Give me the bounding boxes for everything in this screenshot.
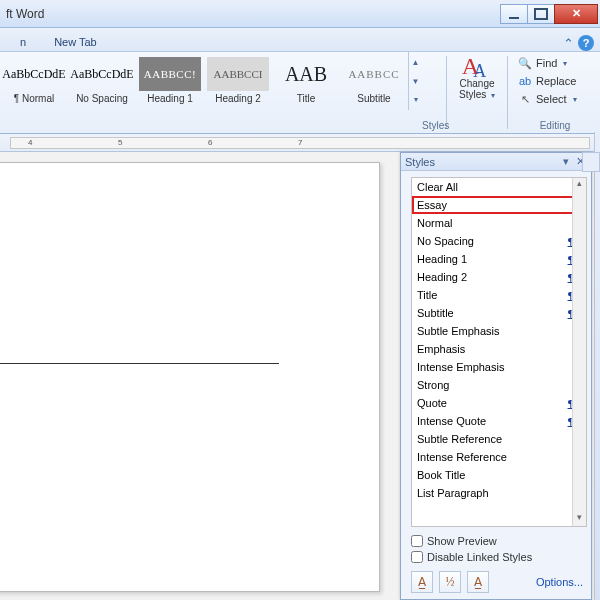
style-row[interactable]: No Spacing¶a bbox=[412, 232, 586, 250]
minimize-ribbon-icon[interactable]: ⌃ bbox=[563, 36, 574, 51]
style-row[interactable]: Intense Quote¶a bbox=[412, 412, 586, 430]
style-row[interactable]: Stronga bbox=[412, 376, 586, 394]
manage-styles-button[interactable]: A̲ bbox=[467, 571, 489, 593]
ribbon-group-caption-editing: Editing bbox=[510, 120, 600, 131]
styles-scrollbar[interactable]: ▴▾ bbox=[572, 178, 586, 526]
style-gallery-item[interactable]: AABTitle bbox=[274, 56, 338, 114]
disable-linked-styles-checkbox[interactable]: Disable Linked Styles bbox=[411, 549, 585, 565]
styles-pane-footer: A̲ ½ A̲ Options... bbox=[401, 567, 591, 599]
style-row[interactable]: Heading 2¶a bbox=[412, 268, 586, 286]
find-icon: 🔍 bbox=[518, 57, 532, 70]
window-title: ft Word bbox=[6, 7, 44, 21]
pane-dropdown-icon[interactable]: ▾ bbox=[559, 155, 572, 168]
style-gallery-item[interactable]: AaBbCcDdENo Spacing bbox=[70, 56, 134, 114]
style-row[interactable]: Normal¶ bbox=[412, 214, 586, 232]
style-row[interactable]: Heading 1¶a bbox=[412, 250, 586, 268]
style-gallery-item[interactable]: AABBCCSubtitle bbox=[342, 56, 406, 114]
style-row[interactable]: Subtle Referencea bbox=[412, 430, 586, 448]
select-icon: ↖ bbox=[518, 93, 532, 106]
page-divider bbox=[0, 363, 279, 364]
style-gallery-item[interactable]: AABBCCIHeading 2 bbox=[206, 56, 270, 114]
styles-pane-header[interactable]: Styles ▾ ✕ bbox=[401, 153, 591, 171]
style-row[interactable]: Book Titlea bbox=[412, 466, 586, 484]
style-row[interactable]: Subtitle¶a bbox=[412, 304, 586, 322]
window-titlebar: ft Word bbox=[0, 0, 600, 28]
style-row[interactable]: Intense Referencea bbox=[412, 448, 586, 466]
style-row[interactable]: Intense Emphasisa bbox=[412, 358, 586, 376]
new-style-button[interactable]: A̲ bbox=[411, 571, 433, 593]
select-button[interactable]: ↖Select▾ bbox=[516, 90, 594, 108]
ribbon-tab-new-tab[interactable]: New Tab bbox=[46, 33, 105, 51]
style-row[interactable]: Quote¶a bbox=[412, 394, 586, 412]
style-row[interactable]: List Paragraph¶ bbox=[412, 484, 586, 502]
ribbon-tab-partial[interactable]: n bbox=[12, 33, 34, 51]
ribbon-tabs: n New Tab ⌃ ? bbox=[0, 28, 600, 52]
show-preview-checkbox[interactable]: Show Preview bbox=[411, 533, 585, 549]
style-row[interactable]: Subtle Emphasisa bbox=[412, 322, 586, 340]
style-gallery-item[interactable]: AABBCC!Heading 1 bbox=[138, 56, 202, 114]
window-controls bbox=[501, 4, 598, 24]
ribbon: AaBbCcDdE¶ NormalAaBbCcDdENo SpacingAABB… bbox=[0, 52, 600, 134]
close-button[interactable] bbox=[554, 4, 598, 24]
replace-icon: ab bbox=[518, 75, 532, 87]
style-gallery-item[interactable]: AaBbCcDdE¶ Normal bbox=[2, 56, 66, 114]
style-row[interactable]: Essay¶ bbox=[412, 196, 586, 214]
change-styles-button[interactable]: AA Change Styles ▾ bbox=[449, 52, 505, 133]
styles-pane-title: Styles bbox=[405, 156, 435, 168]
replace-button[interactable]: abReplace bbox=[516, 72, 594, 90]
styles-task-pane: Styles ▾ ✕ Clear AllEssay¶Normal¶No Spac… bbox=[400, 152, 592, 600]
document-page[interactable] bbox=[0, 162, 380, 592]
styles-gallery-more[interactable]: ▲▼▾ bbox=[408, 52, 422, 110]
styles-gallery: AaBbCcDdE¶ NormalAaBbCcDdENo SpacingAABB… bbox=[0, 52, 408, 133]
maximize-button[interactable] bbox=[527, 4, 555, 24]
ruler-toggle-icon[interactable] bbox=[582, 152, 600, 172]
help-icon[interactable]: ? bbox=[578, 35, 594, 51]
editing-group: 🔍Find▾ abReplace ↖Select▾ Editing bbox=[510, 52, 600, 133]
style-row[interactable]: Clear All bbox=[412, 178, 586, 196]
styles-options-link[interactable]: Options... bbox=[536, 576, 583, 588]
minimize-button[interactable] bbox=[500, 4, 528, 24]
change-styles-icon: AA bbox=[462, 54, 492, 78]
style-row[interactable]: Title¶a bbox=[412, 286, 586, 304]
style-inspector-button[interactable]: ½ bbox=[439, 571, 461, 593]
style-row[interactable]: Emphasisa bbox=[412, 340, 586, 358]
horizontal-ruler[interactable]: 4567 bbox=[0, 134, 600, 152]
ribbon-group-caption-styles: Styles bbox=[422, 120, 444, 131]
document-workspace: Styles ▾ ✕ Clear AllEssay¶Normal¶No Spac… bbox=[0, 152, 600, 600]
styles-list: Clear AllEssay¶Normal¶No Spacing¶aHeadin… bbox=[411, 177, 587, 527]
find-button[interactable]: 🔍Find▾ bbox=[516, 54, 594, 72]
